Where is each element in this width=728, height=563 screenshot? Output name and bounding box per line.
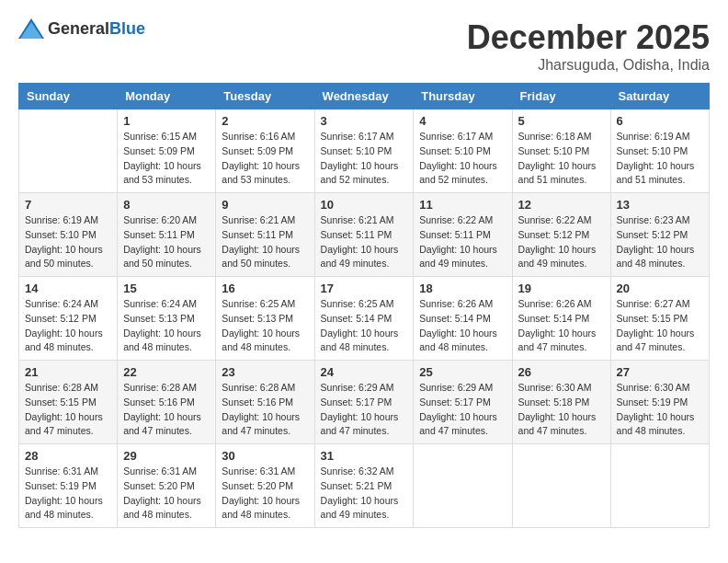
location-title: Jharsuguda, Odisha, India: [467, 57, 710, 74]
day-info: Sunrise: 6:17 AM Sunset: 5:10 PM Dayligh…: [419, 130, 506, 188]
day-number: 29: [123, 449, 210, 463]
day-info: Sunrise: 6:26 AM Sunset: 5:14 PM Dayligh…: [518, 297, 605, 355]
calendar-table: SundayMondayTuesdayWednesdayThursdayFrid…: [18, 83, 710, 528]
day-info: Sunrise: 6:17 AM Sunset: 5:10 PM Dayligh…: [321, 130, 408, 188]
day-number: 2: [222, 114, 308, 128]
calendar-cell: 6Sunrise: 6:19 AM Sunset: 5:10 PM Daylig…: [610, 109, 709, 193]
day-info: Sunrise: 6:22 AM Sunset: 5:11 PM Dayligh…: [419, 213, 506, 271]
day-number: 17: [321, 282, 408, 295]
header-wednesday: Wednesday: [314, 84, 414, 109]
day-number: 16: [222, 282, 308, 295]
day-info: Sunrise: 6:28 AM Sunset: 5:16 PM Dayligh…: [123, 381, 210, 439]
calendar-cell: 3Sunrise: 6:17 AM Sunset: 5:10 PM Daylig…: [314, 109, 414, 193]
day-number: 21: [25, 365, 111, 379]
day-number: 8: [123, 198, 210, 212]
calendar-cell: 28Sunrise: 6:31 AM Sunset: 5:19 PM Dayli…: [19, 444, 118, 528]
day-number: 1: [123, 114, 210, 128]
calendar-cell: 7Sunrise: 6:19 AM Sunset: 5:10 PM Daylig…: [19, 193, 118, 277]
day-info: Sunrise: 6:19 AM Sunset: 5:10 PM Dayligh…: [25, 213, 111, 271]
day-number: 30: [222, 449, 308, 463]
calendar-cell: 2Sunrise: 6:16 AM Sunset: 5:09 PM Daylig…: [216, 109, 314, 193]
header-sunday: Sunday: [19, 84, 118, 109]
calendar-cell: 19Sunrise: 6:26 AM Sunset: 5:14 PM Dayli…: [512, 277, 610, 361]
calendar-cell: 21Sunrise: 6:28 AM Sunset: 5:15 PM Dayli…: [19, 361, 118, 444]
calendar-cell: 4Sunrise: 6:17 AM Sunset: 5:10 PM Daylig…: [414, 109, 512, 193]
calendar-cell: 24Sunrise: 6:29 AM Sunset: 5:17 PM Dayli…: [314, 361, 414, 444]
day-info: Sunrise: 6:31 AM Sunset: 5:20 PM Dayligh…: [123, 465, 210, 523]
calendar-cell: 12Sunrise: 6:22 AM Sunset: 5:12 PM Dayli…: [512, 193, 610, 277]
page-header: GeneralBlue December 2025 Jharsuguda, Od…: [18, 18, 710, 74]
day-number: 18: [419, 282, 506, 295]
calendar-cell: 18Sunrise: 6:26 AM Sunset: 5:14 PM Dayli…: [414, 277, 512, 361]
day-number: 31: [321, 449, 408, 463]
day-info: Sunrise: 6:16 AM Sunset: 5:09 PM Dayligh…: [222, 130, 308, 188]
logo: GeneralBlue: [18, 18, 145, 39]
calendar-cell: 8Sunrise: 6:20 AM Sunset: 5:11 PM Daylig…: [118, 193, 216, 277]
header-thursday: Thursday: [414, 84, 512, 109]
calendar-cell: 23Sunrise: 6:28 AM Sunset: 5:16 PM Dayli…: [216, 361, 314, 444]
day-info: Sunrise: 6:25 AM Sunset: 5:14 PM Dayligh…: [321, 297, 408, 355]
day-number: 12: [518, 198, 605, 212]
calendar-week-row: 1Sunrise: 6:15 AM Sunset: 5:09 PM Daylig…: [19, 109, 710, 193]
day-number: 26: [518, 365, 605, 379]
calendar-cell: [19, 109, 118, 193]
calendar-week-row: 14Sunrise: 6:24 AM Sunset: 5:12 PM Dayli…: [19, 277, 710, 361]
title-area: December 2025 Jharsuguda, Odisha, India: [467, 18, 710, 74]
day-number: 5: [518, 114, 605, 128]
day-number: 27: [617, 365, 703, 379]
day-info: Sunrise: 6:21 AM Sunset: 5:11 PM Dayligh…: [222, 213, 308, 271]
calendar-cell: 13Sunrise: 6:23 AM Sunset: 5:12 PM Dayli…: [610, 193, 709, 277]
day-info: Sunrise: 6:24 AM Sunset: 5:13 PM Dayligh…: [123, 297, 210, 355]
calendar-cell: 25Sunrise: 6:29 AM Sunset: 5:17 PM Dayli…: [414, 361, 512, 444]
calendar-cell: 1Sunrise: 6:15 AM Sunset: 5:09 PM Daylig…: [118, 109, 216, 193]
day-info: Sunrise: 6:29 AM Sunset: 5:17 PM Dayligh…: [419, 381, 506, 439]
day-info: Sunrise: 6:31 AM Sunset: 5:20 PM Dayligh…: [222, 465, 308, 523]
calendar-cell: [512, 444, 610, 528]
day-info: Sunrise: 6:19 AM Sunset: 5:10 PM Dayligh…: [617, 130, 703, 188]
logo-text-blue: Blue: [109, 19, 145, 38]
day-info: Sunrise: 6:29 AM Sunset: 5:17 PM Dayligh…: [321, 381, 408, 439]
day-number: 23: [222, 365, 308, 379]
calendar-cell: 5Sunrise: 6:18 AM Sunset: 5:10 PM Daylig…: [512, 109, 610, 193]
day-number: 13: [617, 198, 703, 212]
header-saturday: Saturday: [610, 84, 709, 109]
calendar-header-row: SundayMondayTuesdayWednesdayThursdayFrid…: [19, 84, 710, 109]
calendar-cell: [414, 444, 512, 528]
day-number: 14: [25, 282, 111, 295]
day-number: 9: [222, 198, 308, 212]
logo-text-general: General: [48, 19, 109, 38]
day-number: 4: [419, 114, 506, 128]
day-number: 15: [123, 282, 210, 295]
day-info: Sunrise: 6:31 AM Sunset: 5:19 PM Dayligh…: [25, 465, 111, 523]
svg-marker-1: [20, 22, 42, 39]
calendar-cell: 27Sunrise: 6:30 AM Sunset: 5:19 PM Dayli…: [610, 361, 709, 444]
day-number: 20: [617, 282, 703, 295]
day-number: 24: [321, 365, 408, 379]
header-friday: Friday: [512, 84, 610, 109]
day-number: 11: [419, 198, 506, 212]
calendar-cell: 11Sunrise: 6:22 AM Sunset: 5:11 PM Dayli…: [414, 193, 512, 277]
calendar-cell: 29Sunrise: 6:31 AM Sunset: 5:20 PM Dayli…: [118, 444, 216, 528]
calendar-cell: 16Sunrise: 6:25 AM Sunset: 5:13 PM Dayli…: [216, 277, 314, 361]
day-number: 6: [617, 114, 703, 128]
logo-icon: [18, 18, 44, 39]
calendar-week-row: 21Sunrise: 6:28 AM Sunset: 5:15 PM Dayli…: [19, 361, 710, 444]
day-number: 28: [25, 449, 111, 463]
month-year-title: December 2025: [467, 18, 710, 57]
day-info: Sunrise: 6:22 AM Sunset: 5:12 PM Dayligh…: [518, 213, 605, 271]
day-info: Sunrise: 6:28 AM Sunset: 5:15 PM Dayligh…: [25, 381, 111, 439]
day-number: 7: [25, 198, 111, 212]
day-number: 19: [518, 282, 605, 295]
day-info: Sunrise: 6:18 AM Sunset: 5:10 PM Dayligh…: [518, 130, 605, 188]
day-info: Sunrise: 6:25 AM Sunset: 5:13 PM Dayligh…: [222, 297, 308, 355]
calendar-cell: 31Sunrise: 6:32 AM Sunset: 5:21 PM Dayli…: [314, 444, 414, 528]
day-info: Sunrise: 6:15 AM Sunset: 5:09 PM Dayligh…: [123, 130, 210, 188]
header-monday: Monday: [118, 84, 216, 109]
day-number: 22: [123, 365, 210, 379]
day-info: Sunrise: 6:26 AM Sunset: 5:14 PM Dayligh…: [419, 297, 506, 355]
header-tuesday: Tuesday: [216, 84, 314, 109]
day-info: Sunrise: 6:20 AM Sunset: 5:11 PM Dayligh…: [123, 213, 210, 271]
day-info: Sunrise: 6:30 AM Sunset: 5:18 PM Dayligh…: [518, 381, 605, 439]
calendar-cell: 20Sunrise: 6:27 AM Sunset: 5:15 PM Dayli…: [610, 277, 709, 361]
calendar-cell: 22Sunrise: 6:28 AM Sunset: 5:16 PM Dayli…: [118, 361, 216, 444]
